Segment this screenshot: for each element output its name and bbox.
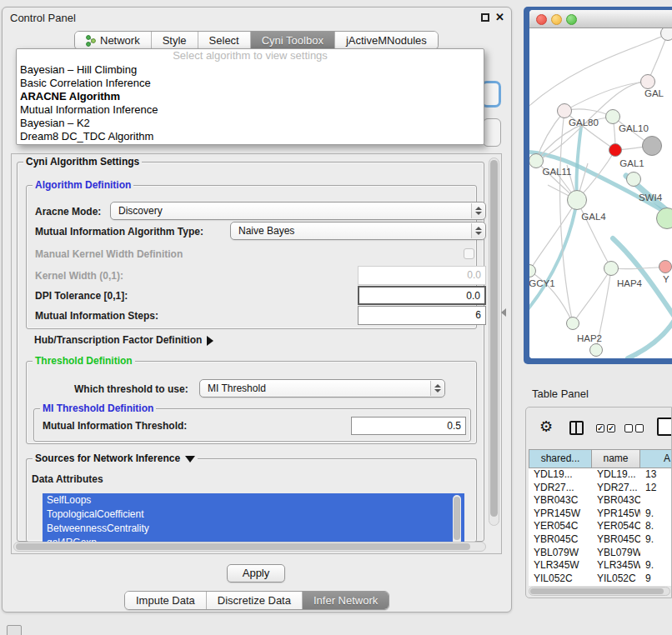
- tab-label: Discretize Data: [218, 594, 291, 607]
- float-window-icon[interactable]: [481, 13, 489, 22]
- scrollbar-thumb[interactable]: [454, 497, 460, 540]
- column-header-shared-name[interactable]: shared...: [529, 449, 592, 468]
- cell: [640, 494, 672, 508]
- cell: YDL19...: [592, 468, 640, 482]
- apply-button[interactable]: Apply: [227, 564, 285, 582]
- cell: 8.: [640, 520, 672, 533]
- which-threshold-combo[interactable]: MI Threshold: [199, 379, 445, 398]
- table-row[interactable]: YBR045C YBR045C 9.: [529, 533, 672, 547]
- tab-jactivemnodules[interactable]: jActiveMNodules: [335, 32, 438, 49]
- manual-kernel-label: Manual Kernel Width Definition: [35, 248, 183, 260]
- dropdown-option[interactable]: Bayesian – K2: [17, 117, 484, 130]
- checked-box-icon: ✓: [607, 424, 615, 432]
- table-selector-combo-fragment[interactable]: [483, 118, 501, 147]
- sources-title-toggle[interactable]: Sources for Network Inference: [33, 452, 198, 464]
- table-row[interactable]: YER054C YER054C 8.: [529, 520, 672, 533]
- table-row[interactable]: YLR345W YLR345W 9.: [529, 559, 672, 572]
- algorithm-dropdown-popup: Select algorithm to view settings Bayesi…: [16, 48, 484, 145]
- mi-threshold-input[interactable]: 0.5: [351, 417, 466, 435]
- network-node[interactable]: [640, 74, 655, 89]
- tab-label: Impute Data: [136, 594, 195, 607]
- unchecked-box-icon: [624, 424, 633, 432]
- cell: YBR043C: [529, 494, 592, 508]
- dropdown-option[interactable]: Bayesian – Hill Climbing: [17, 63, 484, 77]
- cyni-settings-scrollpane: Cyni Algorithm Settings Algorithm Defini…: [11, 153, 502, 554]
- scrollbar-thumb[interactable]: [16, 543, 470, 550]
- tab-impute-data[interactable]: Impute Data: [125, 592, 207, 609]
- network-canvas[interactable]: GAL GAL80 GAL10 GAL1 GAL11 SWI4 GAL4 GCY…: [529, 28, 672, 358]
- table-row[interactable]: YDL19... YDL19... 13: [529, 468, 672, 482]
- column-header-name[interactable]: name: [592, 449, 640, 468]
- network-node-gal1[interactable]: [609, 143, 622, 157]
- group-title: Threshold Definition: [33, 355, 135, 367]
- network-node[interactable]: [660, 28, 672, 41]
- table-panel: ⚙ ✓ ✓ shared... name A YDL19... YDL19...…: [525, 407, 672, 598]
- table-body: YDL19... YDL19... 13 YDR27... YDR27... 1…: [529, 468, 672, 586]
- cell: YBR045C: [592, 533, 640, 547]
- threshold-definition-group: Threshold Definition Which threshold to …: [26, 361, 477, 444]
- tab-select[interactable]: Select: [198, 32, 251, 49]
- cell: YDR27...: [529, 482, 592, 495]
- mi-algorithm-type-combo[interactable]: Naive Bayes: [230, 222, 486, 240]
- zoom-traffic-light-icon[interactable]: [566, 14, 577, 25]
- mi-steps-input[interactable]: 6: [358, 306, 486, 325]
- new-table-icon[interactable]: [657, 418, 672, 436]
- table-row[interactable]: YIL052C YIL052C 9: [529, 572, 672, 586]
- table-row[interactable]: YPR145W YPR145W 9.: [529, 508, 672, 521]
- network-node[interactable]: [589, 343, 603, 357]
- column-header-partial[interactable]: A: [640, 449, 672, 468]
- close-traffic-light-icon[interactable]: [536, 14, 547, 25]
- table-row[interactable]: YBR043C YBR043C: [529, 494, 672, 508]
- deselect-all-columns-icon[interactable]: [624, 424, 644, 432]
- gear-icon[interactable]: ⚙: [539, 419, 553, 434]
- collapsed-arrow-icon: [207, 336, 213, 346]
- network-node-gray[interactable]: [642, 136, 662, 156]
- network-node-gal4[interactable]: [567, 190, 587, 210]
- kernel-width-input[interactable]: 0.0: [358, 266, 486, 285]
- network-node-gal10[interactable]: [605, 109, 620, 124]
- minimize-traffic-light-icon[interactable]: [551, 14, 562, 25]
- table-row[interactable]: YDR27... YDR27... 12: [529, 482, 672, 495]
- tab-discretize-data[interactable]: Discretize Data: [207, 592, 303, 609]
- tab-label: Infer Network: [313, 594, 378, 607]
- hub-definition-toggle[interactable]: Hub/Transcription Factor Definition: [34, 334, 213, 346]
- list-item-selected[interactable]: BetweennessCentrality: [43, 522, 464, 536]
- network-node-hap4[interactable]: [604, 261, 619, 276]
- list-item-selected[interactable]: TopologicalCoefficient: [43, 508, 464, 522]
- dpi-tolerance-input[interactable]: 0.0: [358, 286, 486, 305]
- cell: [640, 547, 672, 560]
- dropdown-option[interactable]: Basic Correlation Inference: [17, 77, 484, 90]
- table-row[interactable]: YBL079W YBL079W: [529, 547, 672, 560]
- dropdown-option[interactable]: Mutual Information Inference: [17, 103, 484, 117]
- tab-network[interactable]: Network: [75, 32, 152, 49]
- network-node-salmon[interactable]: [659, 260, 672, 273]
- dropdown-option-highlighted[interactable]: ARACNE Algorithm: [17, 90, 484, 103]
- network-node[interactable]: [656, 208, 672, 229]
- scrollbar-thumb[interactable]: [490, 160, 498, 517]
- aracne-mode-combo[interactable]: Discovery: [110, 202, 486, 220]
- select-all-columns-icon[interactable]: ✓ ✓: [596, 424, 615, 432]
- tab-infer-network[interactable]: Infer Network: [303, 592, 389, 609]
- minimized-panel-icon[interactable]: [7, 625, 22, 635]
- scrollbar-thumb[interactable]: [530, 588, 664, 594]
- tab-label: Select: [209, 34, 239, 47]
- manual-kernel-checkbox[interactable]: [464, 248, 474, 259]
- cell: 9.: [640, 533, 672, 547]
- split-column-icon[interactable]: [569, 421, 584, 435]
- splitter-collapse-arrow-icon[interactable]: [501, 308, 506, 317]
- tab-cyni-toolbox[interactable]: Cyni Toolbox: [251, 32, 335, 49]
- list-item-selected[interactable]: SelfLoops: [43, 493, 464, 508]
- dropdown-option[interactable]: Dream8 DC_TDC Algorithm: [17, 130, 484, 143]
- network-node-gal80[interactable]: [557, 103, 572, 118]
- cell: YDR27...: [592, 482, 640, 495]
- dpi-tolerance-label: DPI Tolerance [0,1]:: [35, 290, 128, 302]
- stepper-icon: [430, 381, 444, 396]
- network-window-titlebar[interactable]: [529, 10, 672, 28]
- node-label: GCY1: [529, 278, 564, 288]
- group-title: Cyni Algorithm Settings: [23, 156, 142, 168]
- network-node-swi4[interactable]: [626, 172, 641, 187]
- network-node-hap2[interactable]: [566, 317, 579, 330]
- tab-style[interactable]: Style: [152, 32, 198, 49]
- close-icon[interactable]: ✕: [495, 11, 504, 23]
- node-label: GAL1: [609, 158, 654, 168]
